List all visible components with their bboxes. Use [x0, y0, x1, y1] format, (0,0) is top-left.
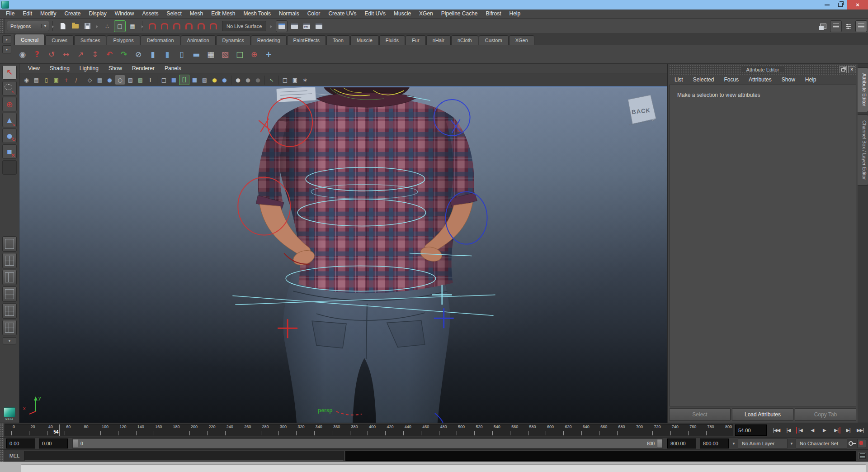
separator[interactable] — [230, 76, 233, 85]
select-button[interactable]: Select — [669, 408, 731, 421]
playback-end-field[interactable]: 800.00 — [667, 439, 696, 448]
attribute-editor-title-bar[interactable]: Attribute Editor × — [669, 65, 856, 75]
paint-select-shelf-icon[interactable]: ⊕ — [247, 48, 261, 61]
restore-button[interactable] — [834, 0, 847, 10]
select-object-shelf-icon[interactable]: □ — [233, 48, 246, 61]
go-to-start-button[interactable]: |◀◀ — [771, 425, 781, 435]
range-end-handle[interactable] — [657, 439, 663, 448]
minimize-button[interactable] — [820, 0, 834, 10]
go-to-end-button[interactable]: ▶▶| — [855, 425, 865, 435]
channel-box-side-tab[interactable]: Channel Box / Layer Editor — [858, 114, 868, 186]
menu-select[interactable]: Select — [162, 10, 185, 18]
auto-keyframe-toggle[interactable] — [857, 439, 866, 448]
snap-to-grid-button[interactable] — [147, 21, 158, 32]
viewport-menu-panels[interactable]: Panels — [160, 65, 186, 72]
single-pane-layout-button[interactable] — [2, 236, 17, 252]
shelf-tab-xgen[interactable]: XGen — [509, 35, 534, 45]
animation-start-field[interactable]: 0.00 — [6, 439, 35, 448]
shelf-tab-polygons[interactable]: Polygons — [107, 35, 140, 45]
time-slider-ruler[interactable]: 54 0204060801001201401601802002202402602… — [5, 424, 733, 436]
menu-help[interactable]: Help — [505, 10, 525, 18]
menu-bifrost[interactable]: Bifrost — [482, 10, 505, 18]
mirror-joint-shelf-icon[interactable]: ▬ — [189, 48, 203, 61]
redo-shelf-icon[interactable]: ↷ — [117, 48, 131, 61]
make-live-button[interactable] — [208, 21, 219, 32]
smooth-shade-icon[interactable]: ▦ — [95, 75, 104, 85]
paint-selection-tool-button[interactable] — [2, 97, 17, 111]
textured-icon[interactable]: T — [146, 75, 155, 85]
command-input[interactable] — [24, 451, 344, 461]
menu-edit-uvs[interactable]: Edit UVs — [360, 10, 390, 18]
viewport-canvas[interactable]: BACK persp y x — [19, 86, 667, 423]
chevron-down-icon[interactable]: ▼ — [788, 438, 795, 449]
group-collapse-arrow[interactable] — [95, 20, 99, 32]
shelf-tab-toggle-button[interactable]: ▸ — [2, 35, 11, 43]
animation-end-field[interactable]: 800.00 — [700, 439, 729, 448]
shelf-tab-animation[interactable]: Animation — [181, 35, 216, 45]
persp-graph-layout-button[interactable] — [2, 286, 17, 302]
help-shelf-icon[interactable]: ? — [30, 48, 44, 61]
menu-window[interactable]: Window — [111, 10, 138, 18]
xray-joints-icon[interactable]: ▩ — [200, 75, 209, 85]
range-slider-grip[interactable] — [0, 438, 5, 449]
menu-assets[interactable]: Assets — [138, 10, 162, 18]
insert-joint-shelf-icon[interactable]: ▯ — [175, 48, 189, 61]
select-object-mode-button[interactable]: □ — [114, 20, 126, 32]
menu-normals[interactable]: Normals — [275, 10, 303, 18]
step-back-key-button[interactable]: |◀ — [795, 425, 805, 435]
tool-settings-toggle-button[interactable] — [843, 21, 854, 32]
menu-color[interactable]: Color — [303, 10, 325, 18]
separator[interactable] — [81, 76, 85, 85]
select-component-mode-button[interactable]: ▦ — [127, 21, 138, 32]
group-collapse-arrow[interactable] — [51, 20, 55, 32]
script-editor-button[interactable] — [856, 450, 868, 462]
xray-icon[interactable]: ■ — [190, 75, 199, 85]
shelf-tab-dynamics[interactable]: Dynamics — [216, 35, 250, 45]
menu-create[interactable]: Create — [60, 10, 85, 18]
shelf-tab-deformation[interactable]: Deformation — [141, 35, 180, 45]
ae-menu-selected[interactable]: Selected — [688, 76, 719, 83]
render-view-button[interactable] — [276, 20, 288, 32]
select-hierarchy-shelf-icon[interactable]: ▧ — [218, 48, 232, 61]
ae-menu-focus[interactable]: Focus — [719, 76, 744, 83]
greasepencil-select-icon[interactable]: ↖ — [267, 75, 276, 85]
shelf-tab-nhair[interactable]: nHair — [426, 35, 451, 45]
play-backwards-button[interactable]: ◀ — [807, 425, 817, 435]
new-scene-button[interactable] — [57, 21, 68, 32]
select-tool-button[interactable] — [2, 65, 17, 80]
chevron-down-icon[interactable]: ▼ — [731, 438, 737, 449]
separator[interactable] — [263, 76, 266, 85]
show-manipulator-shelf-icon[interactable]: + — [262, 48, 275, 61]
select-hierarchy-button[interactable]: ∴ — [102, 21, 113, 32]
viewport-menu-show[interactable]: Show — [104, 65, 127, 72]
playblast-shelf-icon[interactable]: ◉ — [16, 48, 29, 61]
shaded-icon[interactable]: ● — [105, 75, 114, 85]
live-surface-field[interactable]: No Live Surface — [222, 21, 266, 31]
viewport-menu-view[interactable]: View — [23, 65, 45, 72]
flat-shade-icon[interactable]: ○ — [115, 75, 125, 85]
ae-menu-help[interactable]: Help — [800, 76, 821, 83]
shelf-tab-fur[interactable]: Fur — [406, 35, 426, 45]
menu-modify[interactable]: Modify — [36, 10, 60, 18]
rotate-tool-button[interactable] — [2, 129, 17, 143]
menu-mesh-tools[interactable]: Mesh Tools — [240, 10, 275, 18]
menu-xgen[interactable]: XGen — [415, 10, 437, 18]
lock-camera-icon[interactable]: ◉ — [22, 75, 31, 85]
snap-to-projected-center-button[interactable] — [184, 21, 194, 32]
wireframe-on-shaded-icon[interactable]: ▨ — [126, 75, 135, 85]
zoom-tool-shelf-icon[interactable]: ↕ — [88, 48, 102, 61]
snap-to-view-plane-button[interactable] — [196, 21, 207, 32]
all-lights-icon[interactable]: ■ — [169, 75, 179, 85]
default-lighting-icon[interactable]: □ — [159, 75, 169, 85]
scene-cube-icon[interactable]: □ — [280, 75, 290, 85]
ik-handle-shelf-icon[interactable]: ▮ — [160, 48, 174, 61]
menu-edit-mesh[interactable]: Edit Mesh — [207, 10, 239, 18]
shelf-tab-surfaces[interactable]: Surfaces — [74, 35, 106, 45]
menu-mesh[interactable]: Mesh — [186, 10, 207, 18]
separator[interactable] — [277, 76, 280, 85]
delete-history-shelf-icon[interactable]: ⊘ — [132, 48, 145, 61]
step-forward-key-button[interactable]: ▶| — [831, 425, 841, 435]
bookmarks-icon[interactable]: ▯ — [42, 75, 51, 85]
play-forwards-button[interactable]: ▶ — [819, 425, 829, 435]
default-light-icon[interactable]: ● — [210, 75, 219, 85]
